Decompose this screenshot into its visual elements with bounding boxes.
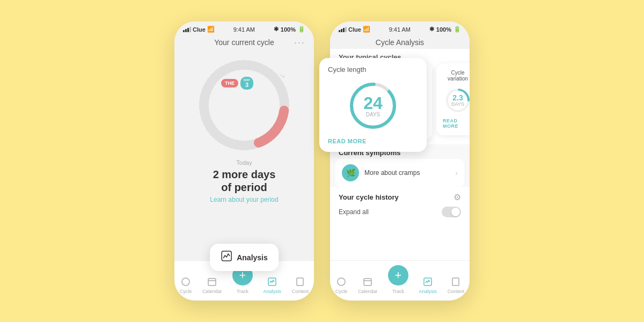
right-status-bar: Clue 📶 9:41 AM ✱ 100% 🔋 — [330, 21, 470, 35]
right-nav-content[interactable]: Content — [448, 276, 465, 294]
expand-row: Expand all — [339, 207, 461, 217]
cycle-ring: → THE DAY 3 — [193, 54, 295, 156]
history-header: Your cycle history ⚙ — [339, 192, 461, 202]
variation-card-inner: Cycle variation 2.3 DAYS — [436, 63, 470, 135]
period-title: 2 more days of period — [210, 168, 278, 194]
wifi-icon: 📶 — [207, 26, 215, 33]
history-section: Your cycle history ⚙ Expand all — [330, 189, 470, 221]
right-cycle-icon — [335, 276, 347, 288]
analysis-nav-icon — [266, 276, 278, 288]
right-header: Cycle Analysis — [330, 35, 470, 49]
variation-unit: DAYS — [451, 101, 464, 107]
nav-track-label: Track — [237, 289, 248, 294]
cramps-icon: 🌿 — [342, 164, 359, 181]
svg-rect-14 — [364, 279, 371, 286]
content-nav-icon — [294, 276, 306, 288]
learn-link[interactable]: Learn about your period — [210, 196, 278, 203]
day-number: 3 — [245, 82, 248, 88]
right-nav-analysis[interactable]: Analysis — [419, 276, 437, 294]
left-status-bar: Clue 📶 9:41 AM ✱ 100% 🔋 — [174, 21, 314, 35]
right-nav-content-label: Content — [448, 289, 465, 294]
variation-read-more[interactable]: READ MORE — [443, 118, 470, 129]
variation-value: 2.3 — [452, 94, 463, 101]
popup-value: 24 — [363, 94, 383, 112]
cramps-left: 🌿 More about cramps — [342, 164, 420, 181]
right-nav-cycle-label: Cycle — [335, 289, 348, 294]
right-time: 9:41 AM — [389, 26, 411, 33]
cramps-chevron: › — [455, 169, 458, 177]
right-nav-track-label: Track — [392, 289, 404, 294]
left-page-title: Your current cycle — [214, 38, 274, 47]
cycle-view: → THE DAY 3 Today 2 more days — [174, 49, 314, 207]
right-battery-label: 100% — [436, 26, 451, 33]
popup-ring-value: 24 DAYS — [363, 94, 383, 118]
left-time: 9:41 AM — [233, 26, 255, 33]
signal-icon — [183, 27, 191, 32]
right-nav-calendar[interactable]: Calendar — [358, 276, 378, 294]
variation-ring: 2.3 DAYS — [443, 86, 470, 115]
the-badge: THE — [221, 79, 238, 87]
svg-point-13 — [338, 278, 345, 286]
left-carrier: Clue 📶 — [183, 26, 215, 33]
nav-item-cycle[interactable]: Cycle — [180, 276, 192, 294]
variation-ring-value: 2.3 DAYS — [451, 94, 464, 107]
nav-cycle-label: Cycle — [180, 289, 192, 294]
today-label: Today — [210, 159, 278, 166]
day-badge: DAY 3 — [240, 77, 253, 90]
right-nav-track[interactable]: + Track — [388, 265, 408, 294]
right-page-title: Cycle Analysis — [376, 38, 424, 47]
right-signal-icon — [339, 27, 347, 32]
nav-item-calendar[interactable]: Calendar — [202, 276, 222, 294]
calendar-nav-icon — [206, 276, 218, 288]
right-phone-wrapper: Clue 📶 9:41 AM ✱ 100% 🔋 Cycle Analysis Y… — [330, 21, 470, 301]
cycle-nav-icon — [180, 276, 192, 288]
svg-rect-4 — [208, 279, 216, 286]
cramps-row[interactable]: 🌿 More about cramps › — [335, 159, 464, 187]
right-nav-calendar-label: Calendar — [358, 289, 378, 294]
cycle-badges: THE DAY 3 — [221, 77, 253, 90]
nav-calendar-label: Calendar — [202, 289, 222, 294]
right-content-icon — [450, 276, 462, 288]
cycle-length-popup: Cycle length 24 DAYS READ MORE — [319, 58, 427, 152]
nav-item-analysis[interactable]: Analysis — [264, 276, 282, 294]
left-content: → THE DAY 3 Today 2 more days — [174, 49, 314, 260]
right-calendar-icon — [362, 276, 374, 288]
right-nav-analysis-label: Analysis — [419, 289, 437, 294]
right-wifi-icon: 📶 — [363, 26, 370, 33]
nav-analysis-label: Analysis — [264, 289, 282, 294]
left-phone: Clue 📶 9:41 AM ✱ 100% 🔋 Your current cyc… — [174, 21, 314, 301]
nav-item-content[interactable]: Content — [292, 276, 309, 294]
svg-point-3 — [182, 278, 189, 286]
battery-label: 100% — [281, 26, 296, 33]
analysis-popup-icon — [221, 250, 232, 265]
gear-icon[interactable]: ⚙ — [453, 192, 461, 202]
right-analysis-icon — [422, 276, 434, 288]
left-bottom-nav: Cycle Calendar + Track Analysis — [174, 260, 314, 301]
more-options-icon[interactable]: ··· — [294, 37, 305, 48]
right-nav-cycle[interactable]: Cycle — [335, 276, 348, 294]
left-battery-area: ✱ 100% 🔋 — [274, 26, 305, 33]
battery-icon: 🔋 — [298, 26, 305, 33]
nav-content-label: Content — [292, 289, 309, 294]
bluetooth-icon: ✱ — [274, 26, 279, 33]
svg-rect-7 — [297, 278, 303, 286]
right-battery-area: ✱ 100% 🔋 — [429, 26, 461, 33]
cycle-variation-card: Cycle variation 2.3 DAYS — [436, 63, 470, 140]
right-carrier: Clue 📶 — [339, 26, 370, 33]
expand-label: Expand all — [339, 208, 369, 216]
right-bottom-nav: Cycle Calendar + Track Analysis — [330, 260, 470, 301]
right-track-add-icon[interactable]: + — [388, 265, 408, 286]
left-header: Your current cycle ··· — [174, 35, 314, 49]
history-title: Your cycle history — [339, 193, 399, 201]
right-bluetooth-icon: ✱ — [429, 26, 434, 33]
expand-toggle[interactable] — [442, 207, 461, 217]
svg-rect-17 — [452, 278, 459, 286]
popup-card-title: Cycle length — [328, 65, 418, 74]
popup-read-more[interactable]: READ MORE — [328, 138, 418, 144]
toggle-knob — [451, 208, 460, 216]
right-battery-icon: 🔋 — [453, 26, 461, 33]
svg-rect-8 — [222, 251, 231, 261]
popup-unit: DAYS — [366, 112, 380, 118]
analysis-popup-label: Analysis — [237, 253, 268, 262]
cramps-label: More about cramps — [364, 169, 420, 177]
